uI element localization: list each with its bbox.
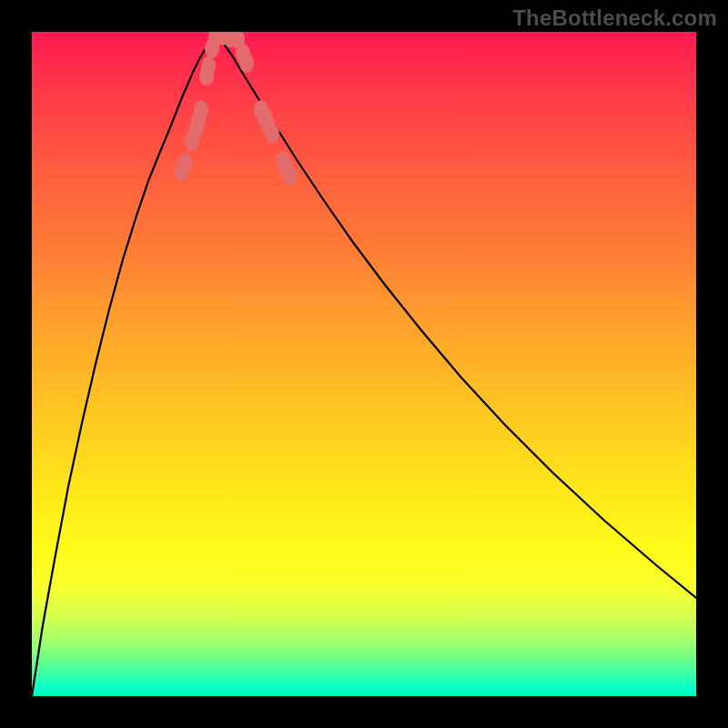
curve-right-branch <box>216 35 696 598</box>
marker-dot <box>201 56 216 76</box>
marker-dot <box>283 166 298 186</box>
marker-layer <box>174 32 298 186</box>
chart-svg <box>32 32 696 696</box>
plot-area <box>32 32 696 696</box>
marker-dot <box>239 53 254 73</box>
marker-dot <box>194 100 208 120</box>
marker-dot <box>177 153 192 173</box>
curve-layer <box>32 35 696 696</box>
watermark-text: TheBottleneck.com <box>512 5 717 31</box>
marker-dot <box>265 124 279 144</box>
chart-frame: TheBottleneck.com <box>0 0 728 728</box>
